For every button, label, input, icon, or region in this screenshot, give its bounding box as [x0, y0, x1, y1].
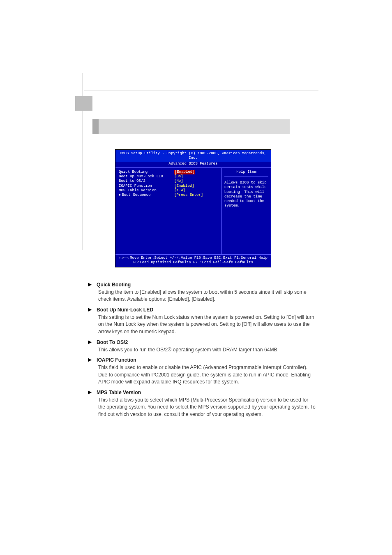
bios-row-value: [Enabled]: [174, 184, 194, 188]
triangle-right-icon: ▶: [88, 357, 92, 363]
bios-footer-line1: ↑↓←→:Move Enter:Select +/-/:Value F10:Sa…: [119, 256, 267, 260]
horizontal-rule: [84, 91, 318, 91]
bios-row-label: IOAPIC Function: [119, 184, 174, 188]
bios-row-quick-booting[interactable]: Quick Booting [Enabled]: [119, 170, 219, 174]
item-description: Setting the item to [Enabled] allows the…: [98, 289, 316, 303]
item-description: This field allows you to select which MP…: [98, 397, 316, 418]
item-ioapic: ▶ IOAPIC Function This field is used to …: [88, 357, 316, 386]
item-mps: ▶ MPS Table Version This field allows yo…: [88, 389, 316, 418]
section-heading-accent: [92, 119, 99, 134]
bios-row-value: [Press Enter]: [174, 193, 203, 197]
bios-row-value: [1.4]: [174, 188, 185, 193]
bios-row-label: Boot Up Num-Lock LED: [119, 174, 174, 179]
item-os2: ▶ Boot To OS/2 This allows you to run th…: [88, 339, 316, 353]
bios-row-numlock[interactable]: Boot Up Num-Lock LED [On]: [119, 174, 219, 179]
item-numlock: ▶ Boot Up Num-Lock LED This setting is t…: [88, 307, 316, 336]
triangle-right-icon: ▶: [88, 281, 92, 288]
bios-help-text: Allows BIOS to skip certain tests while …: [224, 181, 268, 209]
bios-row-mps[interactable]: MPS Table Version [1.4]: [119, 188, 219, 193]
page-accent-block: [75, 96, 92, 111]
bios-row-label: Boot to OS/2: [119, 179, 174, 183]
section-heading-bar: [92, 119, 290, 134]
bios-footer: ↑↓←→:Move Enter:Select +/-/:Value F10:Sa…: [115, 254, 271, 267]
bios-row-label: Quick Booting: [119, 170, 174, 174]
bios-help-title: Help Item: [224, 170, 268, 176]
bios-window: CMOS Setup Utility - Copyright (C) 1985-…: [115, 149, 271, 267]
bios-row-os2[interactable]: Boot to OS/2 [No]: [119, 179, 219, 183]
item-title: MPS Table Version: [97, 389, 141, 397]
bios-row-ioapic[interactable]: IOAPIC Function [Enabled]: [119, 184, 219, 188]
bios-row-boot-sequence[interactable]: ▶Boot Sequence [Press Enter]: [119, 193, 219, 197]
item-description: This field is used to enable or disable …: [98, 364, 316, 386]
item-title: Quick Booting: [97, 281, 131, 289]
bios-row-label: MPS Table Version: [119, 188, 174, 193]
bios-screenshot: CMOS Setup Utility - Copyright (C) 1985-…: [115, 149, 271, 267]
triangle-right-icon: ▶: [119, 193, 121, 197]
item-title: IOAPIC Function: [97, 357, 136, 364]
bios-row-value: [On]: [174, 174, 183, 179]
item-description: This setting is to set the Num Lock stat…: [98, 314, 316, 336]
bios-title: CMOS Setup Utility - Copyright (C) 1985-…: [115, 150, 271, 162]
bios-settings-panel: Quick Booting [Enabled] Boot Up Num-Lock…: [115, 168, 221, 254]
bios-body: Quick Booting [Enabled] Boot Up Num-Lock…: [115, 167, 271, 254]
item-title: Boot Up Num-Lock LED: [97, 307, 153, 314]
bios-row-label: ▶Boot Sequence: [119, 193, 174, 197]
triangle-right-icon: ▶: [88, 339, 92, 346]
triangle-right-icon: ▶: [88, 389, 92, 396]
triangle-right-icon: ▶: [88, 307, 92, 313]
bios-row-value: [No]: [174, 179, 183, 183]
item-title: Boot To OS/2: [97, 339, 128, 346]
page: CMOS Setup Utility - Copyright (C) 1985-…: [0, 0, 392, 555]
item-quick-booting: ▶ Quick Booting Setting the item to [Ena…: [88, 281, 316, 303]
item-description: This allows you to run the OS/2® operati…: [98, 346, 316, 354]
bios-footer-line2: F6:Load Optimized Defaults F7 :Load Fail…: [117, 260, 269, 265]
bios-help-panel: Help Item Allows BIOS to skip certain te…: [221, 168, 271, 254]
bios-subtitle: Advanced BIOS Features: [115, 162, 271, 167]
bios-row-label-text: Boot Sequence: [122, 193, 150, 197]
settings-descriptions: ▶ Quick Booting Setting the item to [Ena…: [88, 281, 316, 422]
bios-row-value: [Enabled]: [174, 170, 195, 174]
